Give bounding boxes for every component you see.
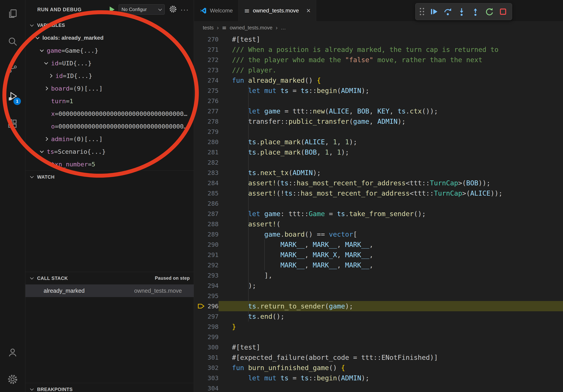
source-control-icon[interactable] <box>3 58 23 78</box>
chevron-down-icon[interactable] <box>36 35 39 39</box>
breadcrumb-item[interactable]: tests <box>203 25 214 31</box>
drag-handle[interactable] <box>420 8 424 15</box>
code-text[interactable] <box>218 127 563 137</box>
line-number[interactable]: 289 <box>205 229 218 239</box>
code-line[interactable]: 302fun burn_unfinished_game() { <box>194 363 563 373</box>
code-line[interactable]: 287 let game: ttt::Game = ts.take_from_s… <box>194 209 563 219</box>
code-text[interactable]: fun already_marked() { <box>218 75 563 85</box>
code-text[interactable]: ts.place_mark(ALICE, 1, 1); <box>218 137 563 147</box>
code-text[interactable]: /// the player who made the "false" move… <box>218 55 563 65</box>
breakpoint-gutter[interactable] <box>197 332 205 342</box>
code-line[interactable]: 277 let game = ttt::new(ALICE, BOB, KEY,… <box>194 106 563 116</box>
breakpoint-gutter[interactable] <box>197 260 205 270</box>
breakpoint-gutter[interactable] <box>197 209 205 219</box>
line-number[interactable]: 284 <box>205 178 218 188</box>
code-text[interactable]: ts.next_tx(ADMIN); <box>218 168 563 178</box>
line-number[interactable]: 287 <box>205 209 218 219</box>
code-line[interactable]: 281 ts.place_mark(BOB, 1, 1); <box>194 147 563 157</box>
line-number[interactable]: 300 <box>205 342 218 352</box>
code-line[interactable]: 284 assert!(ts::has_most_recent_for_addr… <box>194 178 563 188</box>
code-line[interactable]: 303 let mut ts = ts::begin(ADMIN); <box>194 373 563 383</box>
code-text[interactable]: #[test] <box>218 34 563 44</box>
code-text[interactable]: #[expected_failure(abort_code = ttt::ENo… <box>218 352 563 363</box>
breakpoint-gutter[interactable] <box>197 34 205 44</box>
line-number[interactable]: 270 <box>205 34 218 44</box>
code-line[interactable]: 278 transfer::public_transfer(game, ADMI… <box>194 116 563 127</box>
line-number[interactable]: 290 <box>205 239 218 250</box>
code-text[interactable] <box>218 383 563 392</box>
breakpoint-gutter[interactable] <box>197 147 205 157</box>
chevron-down-icon[interactable] <box>40 149 44 153</box>
settings-gear-icon[interactable] <box>3 369 23 389</box>
breakpoint-gutter[interactable] <box>197 270 205 280</box>
code-text[interactable]: MARK__, MARK__, MARK__, <box>218 260 563 270</box>
breakpoint-gutter[interactable] <box>197 85 205 96</box>
code-line[interactable]: 294 ); <box>194 280 563 291</box>
breakpoint-gutter[interactable] <box>197 178 205 188</box>
code-text[interactable]: game.board() == vector[ <box>218 229 563 239</box>
code-line[interactable]: 273/// player. <box>194 65 563 75</box>
code-line[interactable]: 300#[test] <box>194 342 563 352</box>
line-number[interactable]: 304 <box>205 383 218 392</box>
code-line[interactable]: 299 <box>194 332 563 342</box>
line-number[interactable]: 295 <box>205 291 218 301</box>
chevron-right-icon[interactable] <box>49 74 52 78</box>
breakpoint-gutter[interactable] <box>197 383 205 392</box>
code-line[interactable]: 292 MARK__, MARK__, MARK__, <box>194 260 563 270</box>
code-line[interactable]: 280 ts.place_mark(ALICE, 1, 1); <box>194 137 563 147</box>
breakpoint-gutter[interactable] <box>197 280 205 291</box>
code-line[interactable]: 288 assert!( <box>194 219 563 229</box>
code-line[interactable]: 272/// the player who made the "false" m… <box>194 55 563 65</box>
breakpoint-gutter[interactable] <box>197 373 205 383</box>
line-number[interactable]: 302 <box>205 363 218 373</box>
code-text[interactable]: assert!( <box>218 219 563 229</box>
breakpoint-gutter[interactable] <box>197 65 205 75</box>
code-line[interactable]: 290 MARK__, MARK__, MARK__, <box>194 239 563 250</box>
code-text[interactable]: MARK__, MARK__, MARK__, <box>218 239 563 250</box>
line-number[interactable]: 277 <box>205 106 218 116</box>
code-text[interactable] <box>218 198 563 209</box>
breakpoint-gutter[interactable] <box>197 322 205 332</box>
line-number[interactable]: 291 <box>205 250 218 260</box>
breakpoint-gutter[interactable] <box>197 188 205 198</box>
breakpoint-gutter[interactable] <box>197 116 205 127</box>
line-number[interactable]: 274 <box>205 75 218 85</box>
variable-row[interactable]: turn = 1 <box>26 95 194 107</box>
line-number[interactable]: 293 <box>205 270 218 280</box>
code-text[interactable]: ts.end(); <box>218 311 563 322</box>
close-icon[interactable]: × <box>306 7 310 15</box>
breakpoint-gutter[interactable] <box>197 342 205 352</box>
variable-row[interactable]: id = UID{...} <box>26 57 194 69</box>
code-text[interactable] <box>218 157 563 168</box>
line-number[interactable]: 296 <box>205 301 218 311</box>
code-text[interactable]: ts.return_to_sender(game); <box>218 301 563 311</box>
code-line[interactable]: 279 <box>194 127 563 137</box>
watch-section-header[interactable]: WATCH <box>26 170 194 183</box>
code-text[interactable] <box>218 332 563 342</box>
line-number[interactable]: 294 <box>205 280 218 291</box>
code-line[interactable]: 291 MARK__, MARK_X, MARK__, <box>194 250 563 260</box>
code-line[interactable]: 297 ts.end(); <box>194 311 563 322</box>
more-actions-icon[interactable]: ··· <box>180 8 189 12</box>
step-into-button[interactable] <box>457 7 466 16</box>
code-line[interactable]: 295 <box>194 291 563 301</box>
code-line[interactable]: 301#[expected_failure(abort_code = ttt::… <box>194 352 563 363</box>
tab-owned-tests[interactable]: ≡ owned_tests.move × <box>239 0 316 21</box>
code-line[interactable]: 285 assert!(!ts::has_most_recent_for_add… <box>194 188 563 198</box>
line-number[interactable]: 292 <box>205 260 218 270</box>
code-text[interactable]: MARK__, MARK_X, MARK__, <box>218 250 563 260</box>
code-text[interactable] <box>218 291 563 301</box>
breadcrumb-item[interactable]: owned_tests.move <box>230 25 272 31</box>
code-text[interactable]: let mut ts = ts::begin(ADMIN); <box>218 85 563 96</box>
line-number[interactable]: 275 <box>205 85 218 96</box>
code-line[interactable]: 270#[test] <box>194 34 563 44</box>
tab-welcome[interactable]: Welcome <box>194 0 239 21</box>
step-out-button[interactable] <box>471 7 480 16</box>
breakpoint-gutter[interactable] <box>197 363 205 373</box>
code-text[interactable] <box>218 96 563 106</box>
stop-button[interactable] <box>499 7 508 16</box>
code-line[interactable]: 275 let mut ts = ts::begin(ADMIN); <box>194 85 563 96</box>
code-text[interactable]: ts.place_mark(BOB, 1, 1); <box>218 147 563 157</box>
line-number[interactable]: 273 <box>205 65 218 75</box>
continue-button[interactable] <box>429 7 438 16</box>
